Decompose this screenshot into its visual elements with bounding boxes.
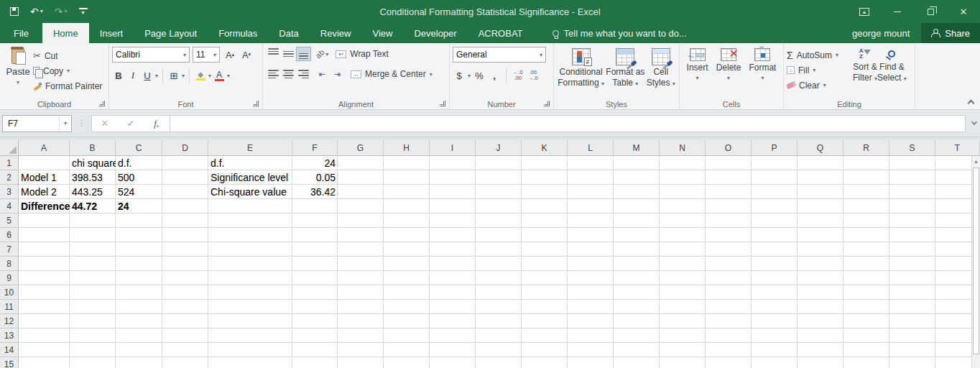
increase-font-size-button[interactable]: A▴ <box>223 47 236 62</box>
grid-cell-B3[interactable]: 443.25 <box>70 185 116 199</box>
column-header-H[interactable]: H <box>384 140 430 156</box>
column-header-D[interactable]: D <box>162 140 208 156</box>
expand-formula-bar-button[interactable] <box>969 122 980 124</box>
fill-button[interactable]: ↓ Fill ▾ <box>787 63 853 77</box>
tab-page-layout[interactable]: Page Layout <box>134 23 208 43</box>
formula-input[interactable] <box>170 115 966 132</box>
column-header-E[interactable]: E <box>208 140 292 156</box>
column-header-M[interactable]: M <box>614 140 660 156</box>
cancel-icon[interactable]: ✕ <box>92 118 118 129</box>
grid-cell-A2[interactable]: Model 1 <box>19 170 70 185</box>
grid-cell-F2[interactable]: 0.05 <box>292 170 338 185</box>
autosum-button[interactable]: Σ AutoSum ▾ <box>787 48 853 62</box>
format-cells-button[interactable]: ↔ Format ▾ <box>749 47 776 98</box>
insert-cells-button[interactable]: ← Insert ▾ <box>687 47 708 98</box>
column-header-L[interactable]: L <box>568 140 614 156</box>
increase-indent-button[interactable]: ⇥ <box>330 67 343 81</box>
ribbon-display-options-button[interactable]: ▲ <box>848 0 881 23</box>
fill-color-button[interactable]: ◆ <box>194 68 207 83</box>
paste-button[interactable]: Paste ▾ <box>3 47 33 98</box>
italic-button[interactable]: I <box>126 68 139 83</box>
wrap-text-button[interactable]: ↩ Wrap Text <box>336 49 389 59</box>
row-header-1[interactable]: 1 <box>0 156 19 170</box>
row-header-4[interactable]: 4 <box>0 199 19 213</box>
bottom-align-button[interactable] <box>296 47 311 61</box>
row-header-3[interactable]: 3 <box>0 185 19 199</box>
enter-icon[interactable]: ✓ <box>118 118 144 129</box>
decrease-indent-button[interactable]: ⇤ <box>315 67 328 81</box>
delete-cells-button[interactable]: ✕ Delete ▾ <box>716 47 741 98</box>
find-select-button[interactable]: Find & Select ▾ <box>877 47 907 98</box>
share-button[interactable]: Share <box>921 23 980 43</box>
grid-cell-E3[interactable]: Chi-square value <box>208 185 292 199</box>
sort-filter-button[interactable]: AZ Sort & Filter ▾ <box>853 47 877 98</box>
column-header-B[interactable]: B <box>70 140 116 156</box>
column-header-I[interactable]: I <box>430 140 476 156</box>
collapse-ribbon-button[interactable] <box>969 101 974 106</box>
tab-review[interactable]: Review <box>310 23 362 43</box>
column-header-J[interactable]: J <box>476 140 522 156</box>
font-name-combobox[interactable]: Calibri▾ <box>112 47 190 63</box>
column-header-C[interactable]: C <box>116 140 162 156</box>
format-as-table-button[interactable]: Format as Table ▾ <box>606 47 644 98</box>
save-icon[interactable] <box>10 7 19 16</box>
accounting-dropdown-caret[interactable]: ▾ <box>468 73 471 79</box>
grid-cell-C1[interactable]: d.f. <box>116 156 162 170</box>
merge-center-button[interactable]: ↔ Merge & Center ▾ <box>351 69 433 79</box>
borders-dropdown-caret[interactable]: ▾ <box>182 73 185 79</box>
user-name[interactable]: george mount <box>841 23 921 43</box>
tab-formulas[interactable]: Formulas <box>208 23 268 43</box>
row-header-13[interactable]: 13 <box>0 328 19 343</box>
comma-style-button[interactable]: , <box>488 68 501 83</box>
font-color-button[interactable]: A <box>213 68 226 83</box>
tab-view[interactable]: View <box>361 23 403 43</box>
name-box-dropdown-caret[interactable]: ▾ <box>59 116 71 132</box>
grid-cell-A4[interactable]: Difference <box>19 199 70 213</box>
orientation-button[interactable]: ab▾ <box>315 50 328 58</box>
grid-cell-A3[interactable]: Model 2 <box>19 185 70 199</box>
column-header-Q[interactable]: Q <box>798 140 843 156</box>
grid-cell-C2[interactable]: 500 <box>116 170 162 185</box>
borders-button[interactable]: ⊞ <box>167 68 180 83</box>
row-header-10[interactable]: 10 <box>0 285 19 300</box>
fill-color-dropdown-caret[interactable]: ▾ <box>208 73 211 79</box>
font-size-combobox[interactable]: 11▾ <box>193 47 220 63</box>
column-header-S[interactable]: S <box>889 140 935 156</box>
decrease-decimal-button[interactable]: .00→.0 <box>527 68 540 83</box>
row-header-5[interactable]: 5 <box>0 213 19 228</box>
cell-styles-button[interactable]: Cell Styles ▾ <box>647 47 675 98</box>
column-header-K[interactable]: K <box>522 140 568 156</box>
tab-insert[interactable]: Insert <box>89 23 134 43</box>
undo-button[interactable]: ↶▾ <box>30 6 43 17</box>
tab-developer[interactable]: Developer <box>403 23 467 43</box>
grid-cell-F1[interactable]: 24 <box>292 156 338 170</box>
row-header-12[interactable]: 12 <box>0 314 19 328</box>
underline-dropdown-caret[interactable]: ▾ <box>155 73 158 79</box>
row-header-2[interactable]: 2 <box>0 170 19 185</box>
underline-button[interactable]: U <box>141 68 154 83</box>
number-format-combobox[interactable]: General▾ <box>453 47 546 63</box>
font-color-dropdown-caret[interactable]: ▾ <box>227 73 230 79</box>
conditional-formatting-button[interactable]: ≠ Conditional Formatting ▾ <box>558 47 604 98</box>
tab-data[interactable]: Data <box>268 23 309 43</box>
row-header-15[interactable]: 15 <box>0 357 19 368</box>
bold-button[interactable]: B <box>112 68 125 83</box>
grid-cell-C4[interactable]: 24 <box>116 199 162 213</box>
font-dialog-launcher[interactable] <box>253 101 259 106</box>
minimize-button[interactable] <box>881 0 914 23</box>
row-header-11[interactable]: 11 <box>0 300 19 314</box>
column-header-O[interactable]: O <box>706 140 752 156</box>
percent-style-button[interactable]: % <box>473 68 486 83</box>
insert-function-icon[interactable]: fₓ <box>144 118 170 129</box>
accounting-format-button[interactable]: $ <box>453 68 466 83</box>
cut-button[interactable]: ✂ Cut <box>33 49 102 63</box>
scroll-up-icon[interactable]: ▲ <box>972 156 980 167</box>
scrollbar-thumb[interactable] <box>973 167 979 354</box>
grid-cell-F3[interactable]: 36.42 <box>292 185 338 199</box>
increase-decimal-button[interactable]: ←.0.00 <box>512 68 524 83</box>
redo-button[interactable]: ↷▾ <box>55 6 68 17</box>
row-header-8[interactable]: 8 <box>0 257 19 271</box>
copy-button[interactable]: Copy ▾ <box>33 64 102 78</box>
middle-align-button[interactable] <box>281 47 296 61</box>
grid-cell-B1[interactable]: chi square <box>70 156 116 170</box>
